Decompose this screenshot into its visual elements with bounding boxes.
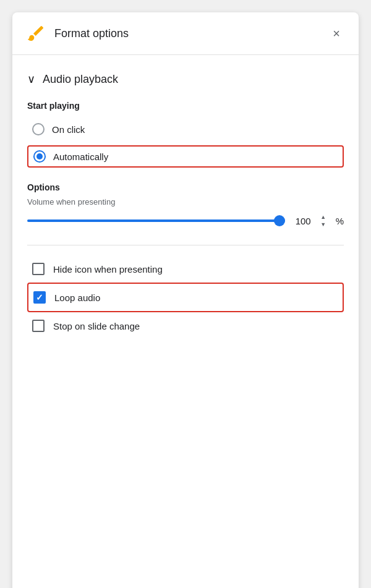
- audio-section-title: Audio playback: [43, 73, 118, 86]
- close-button[interactable]: ×: [326, 23, 346, 43]
- radio-on-click-label: On click: [52, 124, 85, 135]
- volume-slider[interactable]: [27, 219, 285, 222]
- chevron-down-icon[interactable]: ∨: [27, 72, 35, 86]
- start-playing-radio-group: On click Automatically: [27, 119, 344, 168]
- volume-label: Volume when presenting: [27, 197, 344, 207]
- audio-section-header: ∨ Audio playback: [27, 72, 344, 86]
- checkbox-hide-icon-label: Hide icon when presenting: [53, 264, 163, 275]
- format-paint-icon: [25, 22, 47, 45]
- header-left: Format options: [25, 22, 129, 45]
- volume-value: 100: [292, 216, 311, 226]
- panel-header: Format options ×: [12, 12, 359, 55]
- checkbox-stop-on-slide[interactable]: Stop on slide change: [27, 312, 344, 339]
- percent-sign: %: [336, 216, 344, 226]
- checkbox-loop-audio[interactable]: ✓ Loop audio: [27, 283, 344, 312]
- checkmark-icon: ✓: [36, 293, 43, 302]
- checkbox-stop-on-slide-label: Stop on slide change: [53, 321, 140, 331]
- volume-slider-container[interactable]: [27, 215, 285, 227]
- spinner-up-button[interactable]: ▲: [318, 214, 328, 220]
- panel-content: ∨ Audio playback Start playing On click …: [12, 55, 359, 352]
- checkbox-loop-audio-box[interactable]: ✓: [33, 291, 46, 304]
- checkbox-group: Hide icon when presenting ✓ Loop audio S…: [27, 255, 344, 339]
- checkbox-hide-icon[interactable]: Hide icon when presenting: [27, 255, 344, 283]
- checkbox-loop-audio-label: Loop audio: [54, 292, 100, 303]
- radio-on-click[interactable]: On click: [27, 119, 344, 139]
- panel-title: Format options: [54, 27, 129, 40]
- radio-on-click-input[interactable]: [32, 123, 45, 135]
- volume-slider-row: 100 ▲ ▼ %: [27, 214, 344, 228]
- radio-automatically-label: Automatically: [53, 151, 108, 162]
- checkbox-stop-on-slide-box[interactable]: [32, 320, 45, 332]
- start-playing-label: Start playing: [27, 101, 344, 111]
- radio-automatically[interactable]: Automatically: [27, 145, 344, 168]
- volume-spinner[interactable]: ▲ ▼: [318, 214, 328, 228]
- spinner-down-button[interactable]: ▼: [318, 221, 328, 228]
- format-options-panel: Format options × ∨ Audio playback Start …: [12, 12, 359, 588]
- options-label: Options: [27, 182, 344, 192]
- divider: [27, 245, 344, 245]
- radio-automatically-dot: [36, 153, 43, 160]
- checkbox-hide-icon-box[interactable]: [32, 263, 45, 275]
- radio-automatically-input[interactable]: [33, 150, 46, 163]
